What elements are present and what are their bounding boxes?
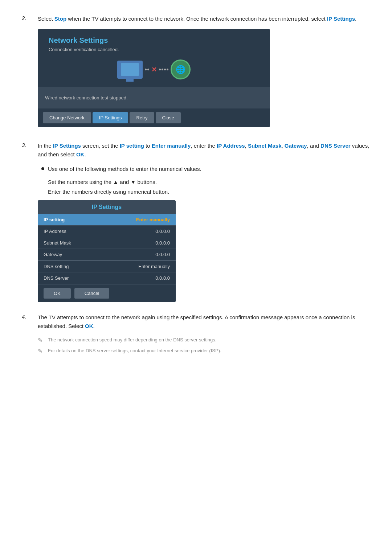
close-button[interactable]: Close bbox=[156, 112, 181, 123]
step-3: 3. In the IP Settings screen, set the IP… bbox=[22, 141, 370, 302]
step-2-text: Select Stop when the TV attempts to conn… bbox=[38, 15, 370, 23]
step3-comma1: , bbox=[245, 143, 248, 149]
step3-enter-manually: Enter manually bbox=[152, 143, 191, 149]
globe-icon: 🌐 bbox=[171, 59, 191, 79]
dot-5 bbox=[164, 69, 166, 70]
ip-settings-title: IP Settings bbox=[38, 200, 176, 214]
stop-link: Stop bbox=[54, 16, 66, 22]
tv-title: Network Settings bbox=[49, 36, 259, 45]
ip-row-subnet-mask: Subnet Mask 0.0.0.0 bbox=[38, 237, 176, 249]
sub-text-numerical: Enter the numbers directly using numeric… bbox=[48, 187, 370, 197]
ip-settings-table: IP setting Enter manually IP Address 0.0… bbox=[38, 214, 176, 284]
tv-message-box: Wired network connection test stopped. bbox=[38, 87, 270, 108]
step3-dns-server: DNS Server bbox=[320, 143, 351, 149]
step3-ip-settings: IP Settings bbox=[53, 143, 81, 149]
step3-subnet-mask: Subnet Mask bbox=[248, 143, 282, 149]
step3-ip-address: IP Address bbox=[217, 143, 245, 149]
step3-screen: screen, set the bbox=[81, 143, 120, 149]
x-mark: ✕ bbox=[150, 66, 158, 74]
gateway-value: 0.0.0.0 bbox=[102, 249, 176, 261]
ip-row-dns-server: DNS Server 0.0.0.0 bbox=[38, 272, 176, 284]
step3-gateway: Gateway bbox=[285, 143, 307, 149]
dot-3 bbox=[159, 69, 161, 70]
tv-buttons: Change Network IP Settings Retry Close bbox=[38, 108, 270, 127]
dot-2 bbox=[147, 69, 149, 70]
dot-6 bbox=[167, 69, 168, 70]
globe-inner: 🌐 bbox=[172, 61, 189, 78]
tv-ui-box: Network Settings Connection verification… bbox=[38, 29, 270, 127]
ip-setting-label: IP setting bbox=[38, 214, 102, 226]
ip-row-gateway: Gateway 0.0.0.0 bbox=[38, 249, 176, 261]
tv-message-text: Wired network connection test stopped. bbox=[45, 95, 128, 100]
tv-screen bbox=[121, 63, 139, 76]
dns-server-label: DNS Server bbox=[38, 272, 102, 284]
ip-cancel-button[interactable]: Cancel bbox=[74, 288, 109, 299]
step-number-2: 2. bbox=[22, 15, 32, 131]
step-2: 2. Select Stop when the TV attempts to c… bbox=[22, 15, 370, 131]
note-item-2: ✎ For details on the DNS server settings… bbox=[38, 347, 370, 354]
bullet-item-1: Use one of the following methods to ente… bbox=[41, 165, 370, 173]
bullet-text-1: Use one of the following methods to ente… bbox=[48, 165, 201, 173]
tv-subtitle: Connection verification cancelled. bbox=[49, 47, 259, 52]
dot-1 bbox=[145, 69, 147, 70]
connection-line: ✕ bbox=[143, 66, 171, 74]
ip-row-dns-setting: DNS setting Enter manually bbox=[38, 260, 176, 272]
step-3-content: In the IP Settings screen, set the IP se… bbox=[38, 141, 370, 302]
tv-icon bbox=[117, 61, 143, 79]
note-text-2: For details on the DNS server settings, … bbox=[48, 347, 221, 354]
gateway-label: Gateway bbox=[38, 249, 102, 261]
note-text-1: The network connection speed may differ … bbox=[48, 336, 216, 344]
sub-text-arrows: Set the numbers using the ▲ and ▼ button… bbox=[48, 177, 370, 187]
dns-setting-value: Enter manually bbox=[102, 260, 176, 272]
step-2-content: Select Stop when the TV attempts to conn… bbox=[38, 15, 370, 131]
step-4-content: The TV attempts to connect to the networ… bbox=[38, 313, 370, 358]
step-number-3: 3. bbox=[22, 141, 32, 302]
subnet-mask-label: Subnet Mask bbox=[38, 237, 102, 249]
ip-settings-box: IP Settings IP setting Enter manually IP… bbox=[38, 200, 176, 302]
step4-period: . bbox=[93, 323, 95, 329]
pencil-icon-2: ✎ bbox=[38, 348, 44, 354]
ip-row-ip-address: IP Address 0.0.0.0 bbox=[38, 226, 176, 237]
step3-period: . bbox=[84, 151, 86, 157]
ip-settings-button[interactable]: IP Settings bbox=[93, 112, 128, 123]
step3-in-the: In the bbox=[38, 143, 53, 149]
step-2-text-end: . bbox=[355, 16, 356, 22]
ip-row-ip-setting: IP setting Enter manually bbox=[38, 214, 176, 226]
step-3-text: In the IP Settings screen, set the IP se… bbox=[38, 141, 370, 159]
step4-ok: OK bbox=[85, 323, 93, 329]
ip-ok-button[interactable]: OK bbox=[44, 288, 71, 299]
step-4: 4. The TV attempts to connect to the net… bbox=[22, 313, 370, 358]
step3-ip-setting: IP setting bbox=[120, 143, 144, 149]
tv-diagram: ✕ 🌐 bbox=[49, 59, 259, 79]
step-2-text-before: Select bbox=[38, 16, 54, 22]
note-item-1: ✎ The network connection speed may diffe… bbox=[38, 336, 370, 344]
ip-address-label: IP Address bbox=[38, 226, 102, 237]
step3-and: , and bbox=[307, 143, 321, 149]
step-4-text: The TV attempts to connect to the networ… bbox=[38, 313, 370, 331]
dns-setting-label: DNS setting bbox=[38, 260, 102, 272]
bullet-dot-1 bbox=[41, 167, 44, 170]
step3-comma2: , bbox=[281, 143, 284, 149]
ip-btn-row: OK Cancel bbox=[38, 284, 176, 302]
step-number-4: 4. bbox=[22, 313, 32, 358]
sub-bullets: Use one of the following methods to ente… bbox=[41, 165, 370, 197]
step-2-text-middle: when the TV attempts to connect to the n… bbox=[66, 16, 327, 22]
step3-enter: , enter the bbox=[191, 143, 217, 149]
change-network-button[interactable]: Change Network bbox=[43, 112, 91, 123]
dns-server-value: 0.0.0.0 bbox=[102, 272, 176, 284]
ip-address-value: 0.0.0.0 bbox=[102, 226, 176, 237]
retry-button[interactable]: Retry bbox=[130, 112, 154, 123]
tv-ui-inner: Network Settings Connection verification… bbox=[38, 29, 270, 79]
step3-to: to bbox=[144, 143, 152, 149]
step3-ok: OK bbox=[76, 151, 85, 157]
ip-setting-value: Enter manually bbox=[102, 214, 176, 226]
dot-4 bbox=[162, 69, 163, 70]
subnet-mask-value: 0.0.0.0 bbox=[102, 237, 176, 249]
pencil-icon-1: ✎ bbox=[38, 337, 44, 344]
ip-settings-link-step2: IP Settings bbox=[327, 16, 355, 22]
